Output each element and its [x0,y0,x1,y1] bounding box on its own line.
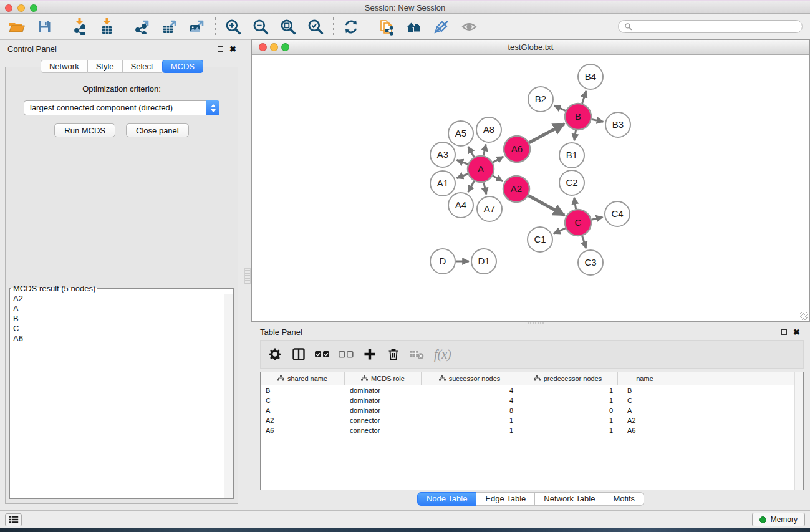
tab-network-table[interactable]: Network Table [535,492,604,506]
node-C2[interactable]: C2 [559,170,584,195]
cell-shared-name[interactable]: B [261,387,345,394]
cell-MCDS-role[interactable]: connector [345,417,422,424]
mcds-result-list[interactable]: A2ABCA6 [11,293,223,497]
cell-predecessor-nodes[interactable]: 1 [518,417,618,424]
tab-style[interactable]: Style [88,60,123,73]
node-B1[interactable]: B1 [559,143,584,168]
result-item[interactable]: A [13,304,223,314]
cell-MCDS-role[interactable]: connector [345,427,422,434]
cell-predecessor-nodes[interactable]: 0 [518,407,618,414]
node-B4[interactable]: B4 [578,64,603,89]
result-item[interactable]: A6 [13,334,223,344]
export-image-icon[interactable] [188,17,207,36]
node-A7[interactable]: A7 [477,196,502,221]
cell-MCDS-role[interactable]: dominator [345,407,422,414]
table-row[interactable]: A2connector11A2 [261,415,803,425]
export-network-icon[interactable] [133,17,152,36]
zoom-in-icon[interactable] [224,17,243,36]
table-row[interactable]: Cdominator41C [261,395,803,405]
delete-row-icon[interactable] [384,345,403,364]
tab-network[interactable]: Network [41,60,88,73]
cell-predecessor-nodes[interactable]: 1 [518,397,618,404]
home-icon[interactable] [405,17,423,36]
export-table-icon[interactable] [161,17,180,36]
hide-annotations-icon[interactable] [432,17,451,36]
edge-A-A2[interactable] [493,176,503,181]
save-session-icon[interactable] [35,17,54,36]
cell-predecessor-nodes[interactable]: 1 [518,427,618,434]
cell-name[interactable]: A6 [618,427,672,434]
result-scrollbar[interactable] [224,294,233,498]
vertical-splitter-grip[interactable] [244,268,251,284]
edge-A-A5[interactable] [468,147,474,157]
settings-gear-icon[interactable] [266,345,284,364]
close-table-panel-icon[interactable]: ✖ [793,329,800,335]
edge-A-A4[interactable] [468,181,475,192]
run-mcds-button[interactable]: Run MCDS [54,123,115,137]
import-table-icon[interactable] [98,17,117,36]
table-row[interactable]: A6connector11A6 [261,425,803,435]
tab-mcds[interactable]: MCDS [162,60,203,73]
tab-motifs[interactable]: Motifs [604,492,644,506]
edge-A-A8[interactable] [483,145,486,156]
cell-shared-name[interactable]: A6 [261,427,345,434]
node-A4[interactable]: A4 [448,193,473,218]
close-panel-icon[interactable]: ✖ [229,46,236,52]
node-A6[interactable]: A6 [504,136,530,162]
edge-A6-B[interactable] [529,124,564,143]
column-header-predecessor-nodes[interactable]: predecessor nodes [518,372,618,385]
zoom-fit-icon[interactable] [279,17,297,36]
tab-select[interactable]: Select [123,60,162,73]
edge-A-A3[interactable] [456,160,468,164]
cell-MCDS-role[interactable]: dominator [345,387,422,394]
cell-shared-name[interactable]: A [261,407,345,414]
copy-network-icon[interactable] [377,17,396,36]
edge-A-A7[interactable] [484,182,486,194]
cell-name[interactable]: A2 [618,417,672,424]
node-B2[interactable]: B2 [528,87,553,112]
cell-successor-nodes[interactable]: 8 [422,407,518,414]
deselect-all-icon[interactable] [337,345,355,364]
edge-B-B3[interactable] [592,119,604,122]
node-C[interactable]: C [565,210,591,236]
node-B[interactable]: B [565,104,591,130]
edge-C-C4[interactable] [591,217,602,220]
node-A5[interactable]: A5 [448,121,473,146]
edge-C-C3[interactable] [582,236,586,248]
node-C4[interactable]: C4 [605,201,630,226]
node-D[interactable]: D [430,249,455,274]
cell-successor-nodes[interactable]: 4 [422,387,518,394]
close-panel-button[interactable]: Close panel [126,123,189,137]
node-A2[interactable]: A2 [503,176,529,202]
edge-C-C2[interactable] [574,198,576,210]
network-canvas[interactable]: B4B2BB3A5A8A6A3AB1A1A2C2A4A7C4CC1DD1C3 [252,56,809,321]
edge-A-A6[interactable] [493,157,503,162]
node-A[interactable]: A [468,156,494,182]
float-panel-icon[interactable] [218,46,223,52]
cell-name[interactable]: B [618,387,672,394]
node-A3[interactable]: A3 [430,142,455,167]
edge-A-A1[interactable] [456,174,468,178]
toggle-visibility-icon[interactable] [460,17,478,36]
column-header-successor-nodes[interactable]: successor nodes [422,372,518,385]
edge-B-B2[interactable] [554,105,566,111]
open-session-icon[interactable] [7,17,26,36]
edge-B-B4[interactable] [582,91,586,104]
node-B3[interactable]: B3 [605,112,630,137]
result-item[interactable]: A2 [13,294,223,304]
cell-name[interactable]: A [618,407,672,414]
show-panels-list-button[interactable] [5,513,22,526]
cell-name[interactable]: C [618,397,672,404]
search-box[interactable] [618,20,803,33]
table-row[interactable]: Bdominator41B [261,385,803,395]
memory-button[interactable]: Memory [752,513,805,526]
cell-successor-nodes[interactable]: 1 [422,427,518,434]
table-row[interactable]: Adominator80A [261,405,803,415]
tab-node-table[interactable]: Node Table [417,492,477,506]
node-D1[interactable]: D1 [471,249,496,274]
float-table-panel-icon[interactable] [781,329,787,335]
zoom-selected-icon[interactable] [306,17,325,36]
node-C1[interactable]: C1 [528,227,552,252]
column-header-shared-name[interactable]: shared name [261,372,345,385]
edge-B-B1[interactable] [574,130,576,141]
